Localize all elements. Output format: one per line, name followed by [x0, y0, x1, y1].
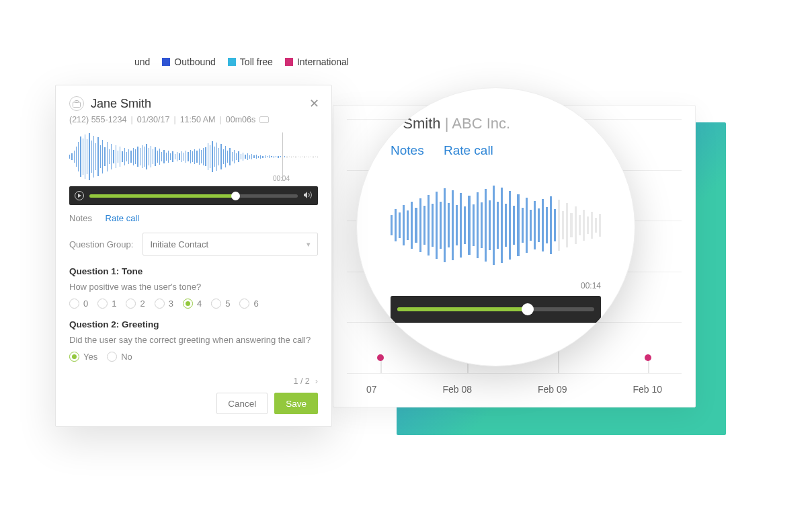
waveform-bar: [241, 154, 241, 159]
waveform-bar: [265, 155, 266, 158]
waveform-bar: [249, 155, 250, 159]
waveform-bar: [179, 153, 179, 160]
tab-rate-call[interactable]: Rate call: [444, 143, 493, 157]
save-button[interactable]: Save: [274, 393, 318, 414]
waveform-bar: [554, 209, 556, 241]
waveform-bar: [423, 206, 425, 245]
legend-item-outbound: Outbound: [162, 56, 216, 67]
tab-notes[interactable]: Notes: [391, 143, 424, 157]
seek-knob[interactable]: [231, 192, 240, 200]
waveform-bar: [104, 147, 105, 166]
cancel-button[interactable]: Cancel: [216, 393, 268, 414]
waveform-bar: [128, 149, 129, 164]
waveform-bar: [126, 152, 127, 161]
radio-label: 4: [197, 299, 202, 309]
waveform-bar: [107, 142, 108, 171]
tag-icon[interactable]: [259, 116, 269, 123]
radio-option[interactable]: 3: [155, 299, 173, 309]
waveform-bar: [271, 156, 272, 157]
waveform-bar: [78, 142, 79, 171]
waveform-bar: [168, 151, 169, 163]
waveform-bar: [91, 141, 92, 173]
waveform-bar: [186, 151, 186, 163]
waveform-bar: [140, 148, 140, 165]
radio-label: 3: [169, 299, 173, 309]
seek-knob[interactable]: [522, 303, 534, 315]
waveform[interactable]: 00:04: [69, 132, 318, 181]
waveform-bar: [76, 147, 77, 167]
waveform-bar: [452, 190, 454, 260]
legend-label: Toll free: [240, 56, 273, 67]
waveform-bar: [229, 148, 230, 165]
radio-icon: [69, 299, 79, 309]
waveform-bar: [184, 153, 184, 161]
radio-option[interactable]: 6: [239, 299, 258, 309]
radio-icon: [239, 299, 249, 309]
chevron-right-icon[interactable]: ›: [315, 377, 318, 386]
radio-option[interactable]: Yes: [69, 352, 97, 362]
radio-option[interactable]: 2: [126, 299, 145, 309]
timecode: 00:14: [391, 281, 601, 290]
waveform-bar: [538, 208, 540, 242]
waveform-bar: [130, 151, 131, 163]
seek-track[interactable]: [89, 194, 298, 198]
waveform-bar: [579, 215, 581, 235]
waveform-bar: [216, 143, 217, 171]
audio-player[interactable]: [391, 296, 601, 323]
meta-duration: 00m06s: [226, 115, 255, 124]
play-icon[interactable]: [75, 191, 84, 200]
radio-option[interactable]: No: [107, 352, 132, 362]
waveform-bar: [278, 156, 278, 158]
radio-option[interactable]: 5: [211, 299, 230, 309]
square-icon: [228, 58, 236, 66]
question-group-select[interactable]: Initiate Contact ▾: [143, 233, 318, 256]
button-label: Cancel: [228, 399, 256, 409]
call-meta: (212) 555-1234| 01/30/17| 11:50 AM| 00m0…: [69, 115, 318, 124]
question-title: Question 1: Tone: [69, 266, 318, 276]
legend-item-inbound: und: [134, 56, 150, 67]
waveform-bar: [497, 202, 499, 249]
playhead-marker: [282, 132, 283, 181]
rating-options: 0123456: [69, 299, 318, 309]
close-icon[interactable]: ✕: [309, 96, 319, 111]
waveform-bar: [309, 156, 309, 158]
waveform-bar: [218, 148, 219, 165]
radio-label: 5: [225, 299, 230, 309]
waveform-bar: [100, 145, 101, 168]
waveform-bar: [562, 211, 564, 239]
yes-no-options: YesNo: [69, 352, 318, 362]
radio-icon: [155, 299, 165, 309]
waveform-bar: [199, 149, 200, 165]
waveform-bar: [116, 145, 116, 168]
radio-option[interactable]: 1: [97, 299, 116, 309]
radio-icon: [107, 352, 117, 362]
meta-phone: (212) 555-1234: [69, 115, 126, 124]
waveform-bar: [69, 155, 70, 159]
x-tick: 07: [366, 384, 377, 395]
waveform-bar: [97, 137, 98, 176]
waveform-bar: [267, 156, 268, 157]
waveform-bar: [149, 148, 149, 165]
waveform-bar: [245, 155, 245, 159]
square-icon: [285, 58, 293, 66]
zoom-bubble: e Smith | ABC Inc. Notes Rate call 00:14: [356, 87, 635, 366]
volume-icon[interactable]: [303, 191, 313, 201]
legend-label: Outbound: [174, 56, 216, 67]
waveform-bar: [399, 212, 401, 238]
waveform-bar: [214, 147, 215, 167]
waveform-bar: [591, 212, 593, 239]
tab-notes[interactable]: Notes: [69, 213, 92, 223]
radio-option[interactable]: 0: [69, 299, 88, 309]
tab-rate-call[interactable]: Rate call: [106, 213, 140, 223]
audio-player: [69, 186, 318, 205]
svg-rect-1: [75, 100, 79, 102]
waveform-bar: [280, 156, 281, 157]
waveform-bar: [155, 147, 155, 166]
x-tick: Feb 09: [538, 384, 567, 395]
radio-option[interactable]: 4: [183, 299, 202, 309]
waveform-bar: [489, 200, 491, 250]
radio-label: 2: [140, 299, 145, 309]
waveform[interactable]: [391, 173, 601, 277]
waveform-bar: [93, 136, 94, 178]
waveform-bar: [477, 192, 479, 258]
